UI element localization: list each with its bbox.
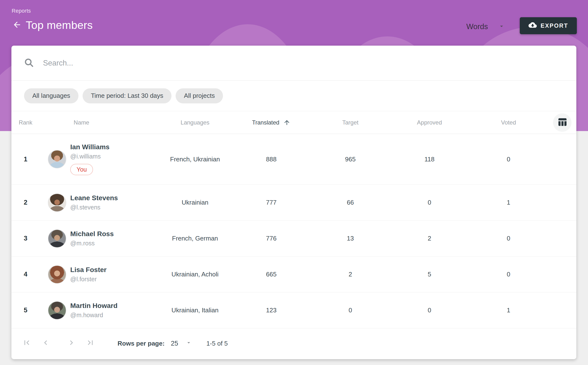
- languages-value: French, Ukrainian: [158, 156, 232, 163]
- languages-value: Ukrainian, Acholi: [158, 271, 232, 278]
- member-username: @l.forster: [70, 276, 97, 283]
- title-row: Top members: [12, 19, 93, 32]
- rows-per-page-label: Rows per page:: [118, 340, 165, 347]
- member-username: @i.williams: [70, 153, 101, 160]
- member-username: @m.howard: [70, 312, 103, 319]
- rows-per-page-select[interactable]: 25: [171, 340, 192, 348]
- back-button[interactable]: [12, 20, 22, 31]
- report-card: All languages Time period: Last 30 days …: [11, 46, 576, 359]
- page-title: Top members: [26, 19, 93, 32]
- member-name[interactable]: Ian Williams: [70, 143, 110, 151]
- rank-value: 4: [11, 271, 40, 278]
- filter-chip-languages[interactable]: All languages: [24, 88, 78, 103]
- cloud-download-icon: [528, 21, 541, 31]
- column-header-rank: Rank: [11, 119, 40, 126]
- table-columns-icon: [557, 117, 567, 128]
- translated-value: 776: [232, 235, 311, 242]
- translated-value: 888: [232, 156, 311, 163]
- column-header-name: Name: [40, 119, 158, 126]
- filter-chips-row: All languages Time period: Last 30 days …: [11, 81, 576, 111]
- approved-value: 118: [390, 156, 469, 163]
- approved-value: 0: [390, 307, 469, 314]
- last-page-button[interactable]: [85, 339, 95, 348]
- table-row: 2 Leane Stevens @l.stevens Ukrainian 777…: [11, 185, 576, 221]
- approved-value: 0: [390, 199, 469, 206]
- column-header-voted[interactable]: Voted: [469, 119, 548, 126]
- rank-value: 3: [11, 235, 40, 242]
- chevron-left-icon: [41, 338, 50, 349]
- column-settings-button[interactable]: [553, 113, 571, 132]
- voted-value: 1: [469, 307, 548, 314]
- table-row: 3 Michael Ross @m.ross French, German 77…: [11, 221, 576, 257]
- export-button[interactable]: EXPORT: [520, 17, 577, 34]
- table-row: 5 Martin Howard @m.howard Ukrainian, Ita…: [11, 292, 576, 328]
- table-header: Rank Name Languages Translated Target Ap…: [11, 111, 576, 134]
- rank-value: 1: [11, 156, 40, 163]
- voted-value: 0: [469, 156, 548, 163]
- caret-down-icon: [178, 340, 192, 348]
- voted-value: 0: [469, 271, 548, 278]
- voted-value: 0: [469, 235, 548, 242]
- last-page-icon: [86, 338, 95, 349]
- target-value: 13: [311, 235, 390, 242]
- previous-page-button[interactable]: [41, 339, 51, 348]
- column-header-translated-label: Translated: [252, 119, 280, 126]
- arrow-left-icon: [12, 20, 22, 30]
- export-button-label: EXPORT: [541, 22, 568, 29]
- search-input[interactable]: [43, 59, 564, 67]
- member-name[interactable]: Michael Ross: [70, 230, 114, 238]
- languages-value: French, German: [158, 235, 232, 242]
- translated-value: 123: [232, 307, 311, 314]
- first-page-icon: [22, 338, 31, 349]
- avatar: [48, 229, 66, 248]
- languages-value: Ukrainian: [158, 199, 232, 206]
- search-row: [11, 46, 576, 81]
- avatar: [48, 301, 66, 320]
- you-badge: You: [70, 164, 93, 175]
- unit-selector-value: Words: [466, 22, 488, 31]
- member-name[interactable]: Lisa Foster: [70, 266, 106, 274]
- filter-chip-time-period[interactable]: Time period: Last 30 days: [83, 88, 171, 103]
- member-name[interactable]: Leane Stevens: [70, 194, 118, 202]
- next-page-button[interactable]: [67, 339, 76, 348]
- avatar: [48, 150, 66, 168]
- approved-value: 5: [390, 271, 469, 278]
- table-row: 4 Lisa Foster @l.forster Ukrainian, Acho…: [11, 257, 576, 292]
- sort-arrow-up-icon: [283, 119, 290, 126]
- pagination-range: 1-5 of 5: [206, 340, 228, 347]
- member-name[interactable]: Martin Howard: [70, 302, 117, 310]
- approved-value: 2: [390, 235, 469, 242]
- caret-down-icon: [488, 23, 505, 31]
- pagination-bar: Rows per page: 25 1-5 of 5: [11, 328, 576, 359]
- column-header-languages: Languages: [158, 119, 232, 126]
- target-value: 66: [311, 199, 390, 206]
- translated-value: 665: [232, 271, 311, 278]
- search-icon: [24, 57, 34, 69]
- voted-value: 1: [469, 199, 548, 206]
- languages-value: Ukrainian, Italian: [158, 307, 232, 314]
- rank-value: 2: [11, 199, 40, 206]
- member-username: @l.stevens: [70, 204, 100, 211]
- first-page-button[interactable]: [22, 339, 32, 348]
- column-header-translated[interactable]: Translated: [232, 119, 311, 126]
- member-username: @m.ross: [70, 240, 94, 247]
- avatar: [48, 193, 66, 212]
- target-value: 2: [311, 271, 390, 278]
- rank-value: 5: [11, 307, 40, 314]
- avatar: [48, 265, 66, 284]
- table-row: 1 Ian Williams @i.williams You French, U…: [11, 134, 576, 185]
- translated-value: 777: [232, 199, 311, 206]
- filter-chip-projects[interactable]: All projects: [176, 88, 223, 103]
- chevron-right-icon: [67, 338, 76, 349]
- rows-per-page-value: 25: [171, 340, 178, 347]
- breadcrumb[interactable]: Reports: [12, 8, 31, 14]
- unit-selector[interactable]: Words: [466, 20, 505, 33]
- column-header-approved[interactable]: Approved: [390, 119, 469, 126]
- target-value: 0: [311, 307, 390, 314]
- target-value: 965: [311, 156, 390, 163]
- column-header-target[interactable]: Target: [311, 119, 390, 126]
